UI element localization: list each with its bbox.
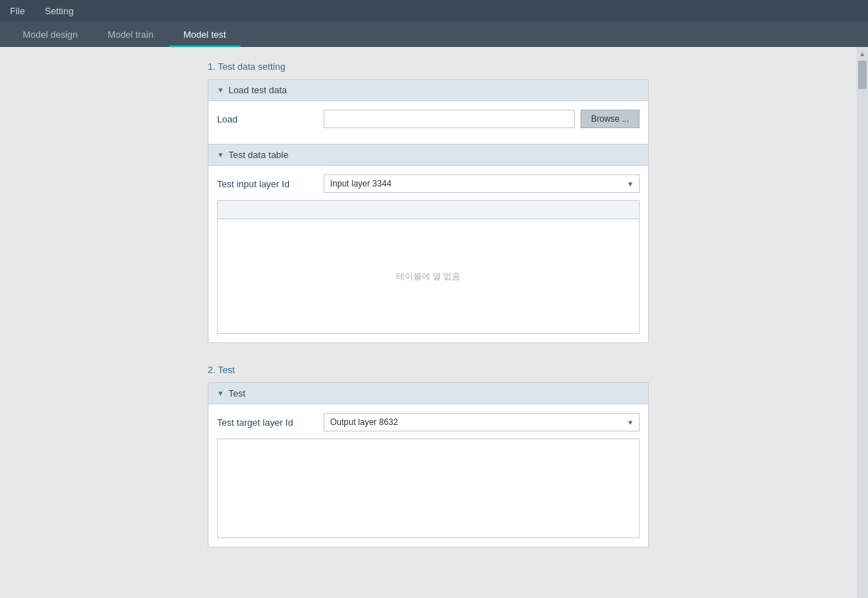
test-panel-header: ▼ Test <box>208 383 648 404</box>
test-panel: ▼ Test Test target layer Id Output layer… <box>208 382 649 547</box>
test-data-table: 테이블에 열 없음 <box>217 200 640 334</box>
tab-bar: Model design Model train Model test <box>0 21 868 47</box>
menu-setting[interactable]: Setting <box>41 3 78 19</box>
input-layer-row: Test input layer Id Input layer 3344 Inp… <box>217 174 640 193</box>
collapse-arrow-load[interactable]: ▼ <box>217 86 224 94</box>
load-panel-header: ▼ Load test data <box>208 80 648 101</box>
table-panel-body: Test input layer Id Input layer 3344 Inp… <box>208 166 648 342</box>
target-layer-row: Test target layer Id Output layer 8632 O… <box>217 413 640 431</box>
load-test-data-panel: ▼ Load test data Load Browse ... ▼ Test … <box>208 79 649 343</box>
table-empty-message: 테이블에 열 없음 <box>218 219 639 333</box>
section-test-data: 1. Test data setting ▼ Load test data Lo… <box>208 61 649 343</box>
tab-model-design[interactable]: Model design <box>9 23 92 47</box>
browse-button[interactable]: Browse ... <box>581 110 640 128</box>
input-layer-select-wrapper: Input layer 3344 Input layer 1000 Input … <box>324 174 640 193</box>
tab-model-test[interactable]: Model test <box>169 23 240 47</box>
test-panel-title: Test <box>228 388 245 399</box>
tab-model-train[interactable]: Model train <box>93 23 167 47</box>
input-layer-label: Test input layer Id <box>217 179 324 189</box>
table-panel-title: Test data table <box>228 150 289 160</box>
load-file-input[interactable] <box>324 110 575 128</box>
main-content: 1. Test data setting ▼ Load test data Lo… <box>0 47 868 598</box>
menu-file[interactable]: File <box>6 3 29 19</box>
collapse-arrow-test[interactable]: ▼ <box>217 389 224 397</box>
section2-title: 2. Test <box>208 364 649 375</box>
load-panel-body: Load Browse ... <box>208 101 648 144</box>
scroll-up-arrow[interactable]: ▲ <box>857 48 867 59</box>
table-panel-header: ▼ Test data table <box>208 144 648 166</box>
scrollbar-thumb[interactable] <box>858 61 867 89</box>
target-layer-label: Test target layer Id <box>217 417 324 428</box>
collapse-arrow-table[interactable]: ▼ <box>217 151 224 159</box>
scrollbar[interactable]: ▲ <box>857 47 868 598</box>
load-panel-title: Load test data <box>228 85 287 95</box>
table-header <box>218 201 639 219</box>
section-test: 2. Test ▼ Test Test target layer Id Outp… <box>208 364 649 547</box>
test-panel-body: Test target layer Id Output layer 8632 O… <box>208 404 648 547</box>
load-form-row: Load Browse ... <box>217 110 640 128</box>
input-layer-select[interactable]: Input layer 3344 Input layer 1000 Input … <box>324 174 640 193</box>
section1-title: 1. Test data setting <box>208 61 649 72</box>
menu-bar: File Setting <box>0 0 868 21</box>
target-layer-select[interactable]: Output layer 8632 Output layer 5500 Outp… <box>324 413 640 431</box>
target-layer-select-wrapper: Output layer 8632 Output layer 5500 Outp… <box>324 413 640 431</box>
load-label: Load <box>217 114 324 125</box>
content-area: 1. Test data setting ▼ Load test data Lo… <box>0 47 857 598</box>
result-table <box>217 439 640 538</box>
